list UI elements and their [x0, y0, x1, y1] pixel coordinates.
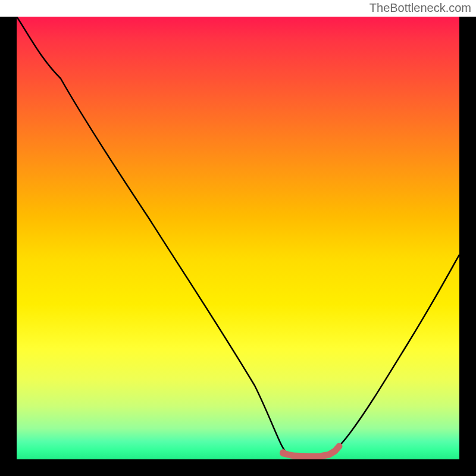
plot-area: [17, 17, 459, 459]
optimal-range-line: [283, 446, 339, 456]
attribution-text: TheBottleneck.com: [369, 1, 471, 15]
bottleneck-curve-line: [17, 17, 459, 457]
chart-container: TheBottleneck.com: [0, 0, 476, 476]
chart-frame: [0, 17, 476, 476]
curve-svg: [17, 17, 459, 459]
